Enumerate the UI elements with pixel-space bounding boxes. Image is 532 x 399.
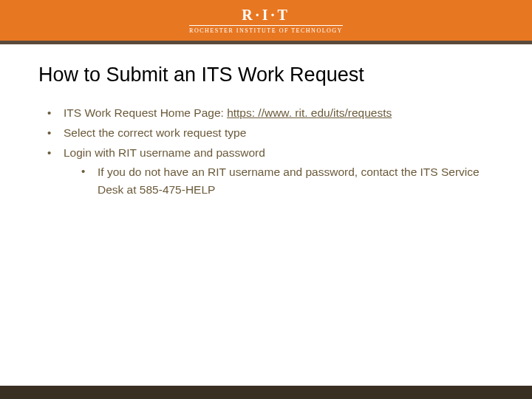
bullet-item: Select the correct work request type xyxy=(47,124,494,143)
sub-bullet-text: If you do not have an RIT username and p… xyxy=(98,166,480,195)
bullet-item: Login with RIT username and password If … xyxy=(47,144,494,198)
rit-logo: R·I·T ROCHESTER INSTITUTE OF TECHNOLOGY xyxy=(189,7,343,34)
bullet-item: ITS Work Request Home Page: https: //www… xyxy=(47,104,494,123)
header-bar: R·I·T ROCHESTER INSTITUTE OF TECHNOLOGY xyxy=(0,0,532,44)
sub-bullet-list: If you do not have an RIT username and p… xyxy=(64,163,494,198)
bullet-text: Login with RIT username and password xyxy=(64,146,265,159)
footer-bar xyxy=(0,386,532,399)
bullet-text: Select the correct work request type xyxy=(64,126,246,139)
logo-sub-text: ROCHESTER INSTITUTE OF TECHNOLOGY xyxy=(189,25,343,34)
bullet-list: ITS Work Request Home Page: https: //www… xyxy=(38,104,494,198)
sub-bullet-item: If you do not have an RIT username and p… xyxy=(81,163,494,198)
logo-main-text: R·I·T xyxy=(242,7,290,24)
slide-content: How to Submit an ITS Work Request ITS Wo… xyxy=(0,44,532,198)
bullet-text: ITS Work Request Home Page: xyxy=(64,106,227,119)
slide-title: How to Submit an ITS Work Request xyxy=(38,64,494,86)
homepage-link[interactable]: https: //www. rit. edu/its/requests xyxy=(227,106,392,119)
